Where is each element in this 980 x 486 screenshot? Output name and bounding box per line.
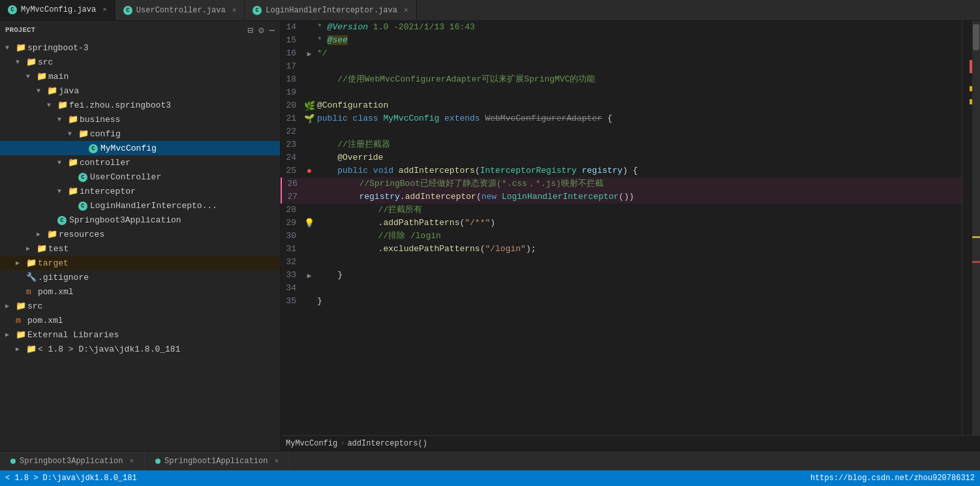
fold-icon-2[interactable]: ▶ bbox=[307, 271, 312, 280]
tree-item-controller[interactable]: ▼ 📁 controller bbox=[0, 155, 280, 170]
chevron-icon: ▼ bbox=[68, 130, 78, 138]
folder-icon: 📁 bbox=[26, 57, 38, 67]
code-line-17: 17 bbox=[281, 60, 962, 73]
chevron-icon: ▶ bbox=[5, 331, 16, 339]
folder-icon: 📁 bbox=[47, 85, 59, 96]
scrollbar-thumb[interactable] bbox=[973, 24, 979, 50]
tree-item-business[interactable]: ▼ 📁 business bbox=[0, 112, 280, 127]
tree-item-config[interactable]: ▼ 📁 config bbox=[0, 127, 280, 141]
tab-close-usercontroller[interactable]: × bbox=[232, 7, 237, 14]
status-url[interactable]: https://blog.csdn.net/zhou920786312 bbox=[810, 474, 975, 483]
tree-item-interceptor[interactable]: ▼ 📁 interceptor bbox=[0, 184, 280, 198]
code-line-28: 28 //拦截所有 bbox=[281, 204, 962, 217]
run-tab-label-2: Springboot1Application bbox=[164, 457, 268, 466]
chevron-icon: ▼ bbox=[47, 102, 57, 109]
tree-item-feizhou[interactable]: ▼ 📁 fei.zhou.springboot3 bbox=[0, 98, 280, 112]
tree-label: business bbox=[80, 115, 120, 125]
tree-item-springboot3[interactable]: ▼ 📁 springboot-3 bbox=[0, 40, 280, 55]
tree-item-jdk18[interactable]: ▶ 📁 < 1.8 > D:\java\jdk1.8.0_181 bbox=[0, 342, 280, 356]
code-line-29: 29 💡 .addPathPatterns("/**") bbox=[281, 217, 962, 230]
code-line-16: 16 ▶ */ bbox=[281, 47, 962, 60]
editor-scrollbar[interactable] bbox=[972, 21, 980, 435]
code-line-20: 20 🌿 @Configuration bbox=[281, 99, 962, 112]
tree-item-src[interactable]: ▼ 📁 src bbox=[0, 55, 280, 69]
tree-label: springboot-3 bbox=[27, 43, 89, 53]
run-tab-springboot3app[interactable]: Springboot3Application × bbox=[0, 451, 145, 470]
breadcrumb-addinterceptors[interactable]: addInterceptors() bbox=[347, 439, 427, 448]
chevron-icon: ▶ bbox=[16, 259, 26, 267]
tree-label: pom.xml bbox=[27, 316, 63, 326]
folder-icon: 📁 bbox=[47, 229, 59, 239]
tree-item-springboot3app[interactable]: ▶ C Springboot3Application bbox=[0, 213, 280, 227]
settings-icon[interactable]: ⚙ bbox=[258, 25, 264, 36]
tab-usercontroller[interactable]: C UserController.java × bbox=[115, 0, 245, 20]
tree-item-loginhandler[interactable]: ▶ C LoginHandlerIntercepto... bbox=[0, 198, 280, 213]
scroll-marker-2 bbox=[972, 261, 980, 263]
tree-item-mymvcconfig[interactable]: ▶ C MyMvcConfig bbox=[0, 141, 280, 155]
status-left: < 1.8 > D:\java\jdk1.8.0_181 bbox=[5, 474, 137, 483]
main-area: Project ⊟ ⚙ — ▼ 📁 springboot-3 ▼ 📁 bbox=[0, 21, 980, 451]
tree-item-target[interactable]: ▶ 📁 target bbox=[0, 256, 280, 270]
tree-item-pomxml2[interactable]: ▶ m pom.xml bbox=[0, 313, 280, 327]
folder-blue-icon: 📁 bbox=[68, 114, 80, 125]
chevron-icon: ▼ bbox=[5, 44, 16, 52]
tree-label: interceptor bbox=[80, 187, 136, 196]
code-line-18: 18 //使用WebMvcConfigurerAdapter可以来扩展Sprin… bbox=[281, 73, 962, 86]
sidebar-title: Project bbox=[5, 26, 35, 34]
code-container[interactable]: 14 * @Version 1.0 -2021/1/13 16:43 15 * … bbox=[281, 21, 980, 435]
code-line-34: 34 bbox=[281, 282, 962, 295]
editor-area: 14 * @Version 1.0 -2021/1/13 16:43 15 * … bbox=[281, 21, 980, 451]
code-line-22: 22 bbox=[281, 125, 962, 138]
run-tab-close[interactable]: × bbox=[129, 457, 134, 465]
run-tab-springboot1app[interactable]: Springboot1Application × bbox=[145, 451, 290, 470]
tree-item-java[interactable]: ▼ 📁 java bbox=[0, 84, 280, 98]
folder-icon: 📁 bbox=[26, 344, 38, 354]
tree-label: < 1.8 > D:\java\jdk1.8.0_181 bbox=[38, 344, 180, 354]
tab-loginhandler[interactable]: C LoginHandlerInterceptor.java × bbox=[245, 0, 416, 20]
collapse-all-icon[interactable]: ⊟ bbox=[248, 25, 253, 36]
tree-item-gitignore[interactable]: ▶ 🔧 .gitignore bbox=[0, 270, 280, 284]
folder-blue-icon: 📁 bbox=[78, 129, 90, 139]
folder-icon: 📁 bbox=[37, 71, 48, 82]
breadcrumb-sep: › bbox=[340, 439, 345, 448]
breadcrumb-mymvcconfig[interactable]: MyMvcConfig bbox=[286, 439, 337, 448]
tree-label: main bbox=[48, 72, 69, 82]
minimize-icon[interactable]: — bbox=[269, 25, 275, 36]
tree-label: config bbox=[90, 129, 121, 139]
class-icon: C bbox=[78, 172, 90, 182]
tab-mymvcconfig[interactable]: C MyMvcConfig.java × bbox=[0, 0, 115, 20]
code-line-30: 30 //排除 /login bbox=[281, 230, 962, 243]
tree-item-pomxml1[interactable]: ▶ m pom.xml bbox=[0, 284, 280, 299]
class-icon: C bbox=[57, 215, 69, 225]
folder-blue-icon: 📁 bbox=[57, 100, 69, 110]
breakpoint-icon: ● bbox=[307, 166, 312, 176]
tree-item-main[interactable]: ▼ 📁 main bbox=[0, 69, 280, 84]
code-line-19: 19 bbox=[281, 86, 962, 99]
tab-close-mymvcconfig[interactable]: × bbox=[102, 6, 107, 14]
run-tabs-bar: Springboot3Application × Springboot1Appl… bbox=[0, 451, 980, 470]
tree-label: pom.xml bbox=[38, 287, 74, 297]
tree-item-test[interactable]: ▶ 📁 test bbox=[0, 241, 280, 256]
maven-icon: m bbox=[16, 316, 27, 326]
chevron-icon: ▼ bbox=[57, 188, 68, 195]
tab-icon-mymvcconfig: C bbox=[8, 5, 17, 14]
tree-label: MyMvcConfig bbox=[100, 144, 157, 153]
tree-label: target bbox=[38, 258, 69, 268]
status-jdk[interactable]: < 1.8 > D:\java\jdk1.8.0_181 bbox=[5, 474, 137, 483]
folder-icon: 📁 bbox=[16, 42, 27, 53]
run-dot-icon bbox=[10, 459, 16, 464]
tab-close-loginhandler[interactable]: × bbox=[404, 7, 408, 14]
tab-icon-loginhandler: C bbox=[253, 6, 262, 15]
tree-label: src bbox=[27, 301, 42, 311]
tree-item-usercontroller[interactable]: ▶ C UserController bbox=[0, 170, 280, 184]
folder-icon: 📁 bbox=[16, 301, 27, 311]
fold-icon[interactable]: ▶ bbox=[307, 50, 312, 58]
tab-label-loginhandler: LoginHandlerInterceptor.java bbox=[266, 6, 397, 15]
run-tab-close-2[interactable]: × bbox=[274, 457, 279, 465]
tree-item-extlibs[interactable]: ▶ 📁 External Libraries bbox=[0, 327, 280, 342]
tree-item-resources[interactable]: ▶ 📁 resources bbox=[0, 227, 280, 241]
sidebar-header-icons: ⊟ ⚙ — bbox=[248, 25, 275, 36]
tree-label: External Libraries bbox=[27, 330, 119, 340]
tree-item-src2[interactable]: ▶ 📁 src bbox=[0, 299, 280, 313]
chevron-icon: ▶ bbox=[37, 230, 47, 238]
